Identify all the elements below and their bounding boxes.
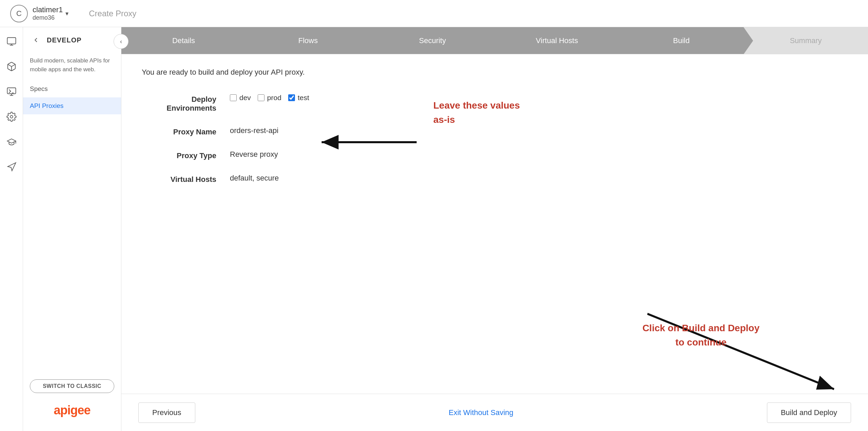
svg-point-6 xyxy=(10,115,13,118)
nav-icon-terminal[interactable] xyxy=(4,34,19,49)
apigee-logo: apigee xyxy=(23,403,121,424)
deploy-environments-row: DeployEnvironments dev prod xyxy=(142,94,447,113)
proxy-name-label: Proxy Name xyxy=(142,126,216,136)
page-title: Create Proxy xyxy=(89,9,136,18)
checkbox-dev[interactable]: dev xyxy=(230,94,251,102)
top-header: C clatimer1 demo36 ▾ Create Proxy xyxy=(0,0,868,27)
previous-button[interactable]: Previous xyxy=(138,402,195,423)
checkbox-prod-input[interactable] xyxy=(258,94,264,101)
sidebar-description: Build modern, scalable APIs for mobile a… xyxy=(23,53,121,80)
deploy-environments-label: DeployEnvironments xyxy=(142,94,216,113)
nav-icon-graduation[interactable] xyxy=(4,134,19,149)
svg-rect-3 xyxy=(7,88,16,94)
sidebar-title: DEVELOP xyxy=(47,36,82,44)
proxy-name-row: Proxy Name orders-rest-api xyxy=(142,126,447,136)
checkbox-dev-input[interactable] xyxy=(230,94,237,101)
user-name: clatimer1 xyxy=(33,5,63,14)
checkbox-test-input[interactable] xyxy=(288,94,295,101)
form-section: DeployEnvironments dev prod xyxy=(142,94,447,184)
user-avatar: C xyxy=(10,5,28,22)
sidebar-item-specs[interactable]: Specs xyxy=(23,80,121,97)
ready-text: You are ready to build and deploy your A… xyxy=(142,68,848,77)
main-layout: ‹ DEVELOP Build modern, scalable APIs fo… xyxy=(0,27,868,431)
wizard-step-flows[interactable]: Flows xyxy=(246,27,370,54)
wizard-step-security[interactable]: Security xyxy=(370,27,495,54)
annotation-text-2: Click on Build and Deployto continue xyxy=(643,321,760,350)
svg-rect-0 xyxy=(7,38,16,44)
nav-icon-megaphone[interactable] xyxy=(4,160,19,174)
checkbox-test-label: test xyxy=(298,94,309,102)
content-wrapper: You are ready to build and deploy your A… xyxy=(121,54,868,431)
exit-without-saving-link[interactable]: Exit Without Saving xyxy=(449,408,513,417)
build-and-deploy-button[interactable]: Build and Deploy xyxy=(767,402,851,423)
sidebar-back-button[interactable] xyxy=(30,34,42,46)
secondary-sidebar: ‹ DEVELOP Build modern, scalable APIs fo… xyxy=(23,27,121,431)
switch-to-classic-button[interactable]: SWITCH TO CLASSIC xyxy=(30,379,114,393)
virtual-hosts-label: Virtual Hosts xyxy=(142,174,216,184)
checkbox-prod-label: prod xyxy=(267,94,281,102)
proxy-type-row: Proxy Type Reverse proxy xyxy=(142,150,447,160)
checkbox-dev-label: dev xyxy=(239,94,251,102)
checkbox-prod[interactable]: prod xyxy=(258,94,281,102)
nav-icon-package[interactable] xyxy=(4,59,19,74)
wizard-step-build[interactable]: Build xyxy=(619,27,744,54)
content-body: You are ready to build and deploy your A… xyxy=(121,54,868,394)
virtual-hosts-value: default, secure xyxy=(230,174,279,183)
wizard-bar: Details Flows Security Virtual Hosts Bui… xyxy=(121,27,868,54)
virtual-hosts-row: Virtual Hosts default, secure xyxy=(142,174,447,184)
checkbox-test[interactable]: test xyxy=(288,94,309,102)
collapse-toggle[interactable]: ‹ xyxy=(114,34,129,49)
action-bar: Previous Exit Without Saving Build and D… xyxy=(121,394,868,431)
proxy-type-value: Reverse proxy xyxy=(230,150,278,159)
content-area: Details Flows Security Virtual Hosts Bui… xyxy=(121,27,868,431)
chevron-down-icon[interactable]: ▾ xyxy=(65,10,68,17)
checkbox-group: dev prod test xyxy=(230,94,309,102)
wizard-step-virtual-hosts[interactable]: Virtual Hosts xyxy=(495,27,619,54)
wizard-step-details[interactable]: Details xyxy=(121,27,246,54)
nav-icon-monitor[interactable] xyxy=(4,84,19,99)
user-org: demo36 xyxy=(33,14,63,21)
sidebar-header: DEVELOP xyxy=(23,34,121,53)
wizard-step-summary[interactable]: Summary xyxy=(744,27,868,54)
sidebar-item-api-proxies[interactable]: API Proxies xyxy=(23,97,121,114)
proxy-name-value: orders-rest-api xyxy=(230,126,278,135)
proxy-type-label: Proxy Type xyxy=(142,150,216,160)
nav-icon-gear[interactable] xyxy=(4,109,19,124)
icon-sidebar xyxy=(0,27,23,431)
user-info: clatimer1 demo36 xyxy=(33,5,63,21)
